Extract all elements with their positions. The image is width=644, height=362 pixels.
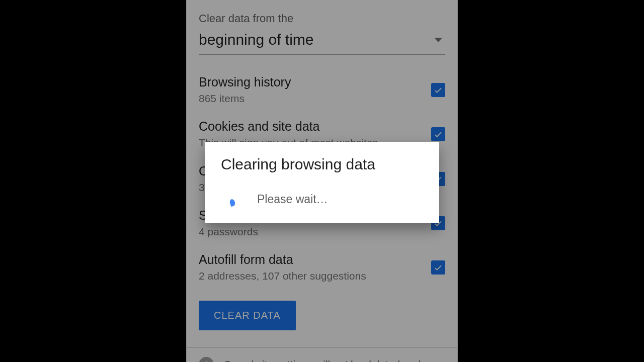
- spinner-icon: [229, 199, 236, 207]
- dialog-message: Please wait…: [257, 193, 328, 206]
- settings-panel: Clear data from the beginning of time Br…: [186, 0, 458, 362]
- progress-dialog: Clearing browsing data Please wait…: [205, 142, 439, 223]
- dialog-title: Clearing browsing data: [221, 156, 423, 173]
